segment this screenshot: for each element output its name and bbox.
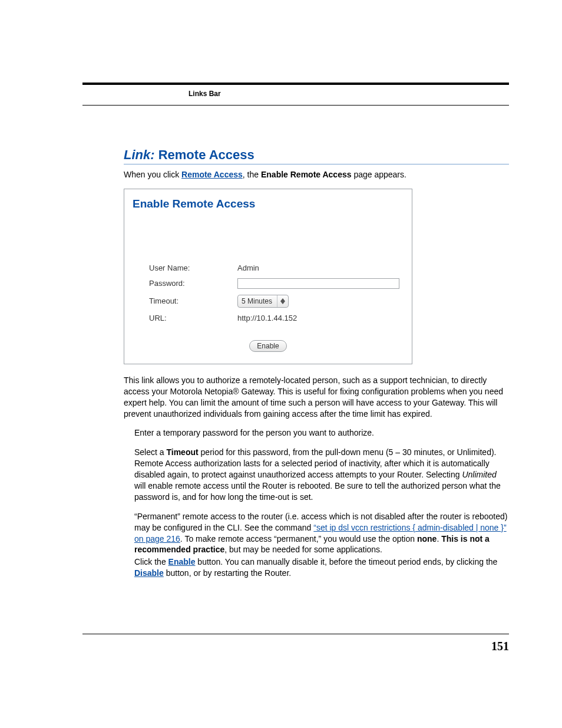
step-timeout: Select a Timeout period for this passwor…	[124, 447, 509, 502]
row-username: User Name: Admin	[133, 263, 404, 272]
form-area: User Name: Admin Password: Timeout: 5 Mi…	[133, 263, 404, 352]
enable-button[interactable]: Enable	[249, 340, 286, 352]
bottom-rule	[82, 634, 509, 634]
paragraph-overview: This link allows you to authorize a remo…	[124, 375, 509, 420]
lead-mid: , the	[243, 170, 261, 179]
t-a: Select a	[134, 447, 166, 457]
row-url: URL: http://10.1.44.152	[133, 314, 404, 322]
lead-before: When you click	[124, 170, 181, 179]
timeout-select[interactable]: 5 Minutes	[237, 295, 289, 308]
url-value: http://10.1.44.152	[237, 314, 404, 322]
header-underline	[82, 105, 509, 106]
row-timeout: Timeout: 5 Minutes	[133, 295, 404, 308]
t-ital: Unlimited	[462, 470, 496, 479]
p-c: .	[437, 534, 441, 543]
page: Links Bar Link: Remote Access When you c…	[0, 0, 562, 728]
step-enter-password: Enter a temporary password for the perso…	[124, 427, 509, 439]
username-value: Admin	[237, 263, 404, 272]
updown-icon	[277, 295, 287, 307]
timeout-selected: 5 Minutes	[242, 297, 277, 305]
disable-link[interactable]: Disable	[134, 568, 164, 578]
t-c: will enable remote access until the Rout…	[134, 481, 501, 502]
step-enable: Click the Enable button. You can manuall…	[124, 556, 509, 579]
e-b: button. You can manually disable it, bef…	[195, 557, 497, 566]
enable-remote-access-panel: Enable Remote Access User Name: Admin Pa…	[124, 189, 412, 364]
password-label: Password:	[133, 279, 237, 288]
remote-access-link[interactable]: Remote Access	[181, 170, 243, 179]
url-label: URL:	[133, 314, 237, 322]
t-bold: Timeout	[166, 447, 198, 457]
step-permanent: “Permanent” remote access to the router …	[124, 511, 509, 556]
section-prefix: Link:	[124, 147, 155, 162]
header-links-bar: Links Bar	[189, 90, 221, 98]
section-name: Remote Access	[158, 147, 254, 162]
p-b: . To make remote access “permanent,” you…	[180, 534, 417, 543]
username-label: User Name:	[133, 263, 237, 272]
page-number: 151	[491, 640, 509, 653]
section-title: Link: Remote Access	[124, 147, 509, 164]
e-c: button, or by restarting the Router.	[164, 568, 291, 578]
lead-bold: Enable Remote Access	[261, 170, 352, 179]
p-d: , but may be needed for some application…	[224, 545, 382, 554]
lead-paragraph: When you click Remote Access, the Enable…	[124, 169, 509, 180]
panel-title: Enable Remote Access	[133, 197, 404, 210]
lead-after: page appears.	[352, 170, 406, 179]
top-rule	[82, 83, 509, 85]
p-none: none	[417, 534, 437, 543]
password-input[interactable]	[237, 278, 399, 289]
content: Link: Remote Access When you click Remot…	[124, 147, 509, 587]
row-password: Password:	[133, 278, 404, 289]
svg-marker-1	[280, 301, 285, 304]
enable-link[interactable]: Enable	[168, 557, 196, 566]
timeout-label: Timeout:	[133, 297, 237, 305]
e-a: Click the	[134, 557, 168, 566]
